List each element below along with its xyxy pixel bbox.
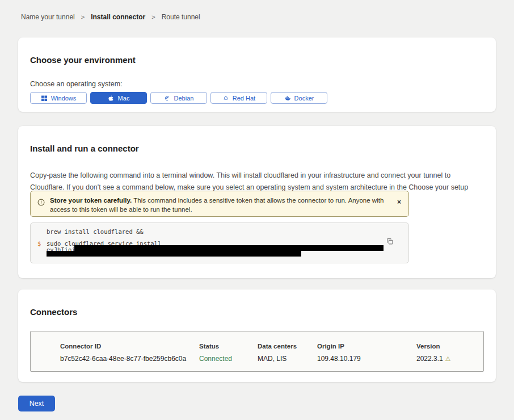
os-button-label: Mac <box>118 95 130 102</box>
copy-icon[interactable] <box>386 238 394 245</box>
install-command-code-block: brew install cloudflared && $ sudo cloud… <box>30 222 409 263</box>
connectors-table-header: Connector ID Status Data centers Origin … <box>60 343 478 350</box>
breadcrumb-separator: > <box>81 14 85 20</box>
table-row: b7c52c42-6caa-48ee-8c77-fbe259cb6c0a Con… <box>60 355 478 363</box>
close-icon[interactable]: × <box>397 199 401 205</box>
connectors-table: Connector ID Status Data centers Origin … <box>30 331 484 372</box>
docker-icon <box>284 95 291 102</box>
connectors-card: Connectors Connector ID Status Data cent… <box>18 289 496 382</box>
token-redaction-bar <box>47 251 301 257</box>
token-warning-bold: Store your token carefully. <box>50 197 132 204</box>
breadcrumb-name-your-tunnel[interactable]: Name your tunnel <box>21 13 75 21</box>
os-button-docker[interactable]: Docker <box>271 92 327 104</box>
connectors-card-title: Connectors <box>30 307 484 317</box>
install-card-title: Install and run a connector <box>30 144 484 153</box>
data-centers-value: MAD, LIS <box>258 355 317 363</box>
os-button-windows[interactable]: Windows <box>30 92 87 104</box>
column-header-origin-ip: Origin IP <box>317 343 416 350</box>
column-header-status: Status <box>199 343 258 350</box>
column-header-data-centers: Data centers <box>258 343 317 350</box>
redhat-icon <box>222 95 229 102</box>
os-button-label: Docker <box>294 95 314 102</box>
os-button-debian[interactable]: Debian <box>150 92 207 104</box>
connector-id-value: b7c52c42-6caa-48ee-8c77-fbe259cb6c0a <box>60 355 199 363</box>
windows-icon <box>41 95 48 102</box>
origin-ip-value: 109.48.10.179 <box>317 355 416 363</box>
os-button-label: Red Hat <box>233 95 255 102</box>
apple-icon <box>108 95 115 102</box>
debian-icon <box>164 95 171 102</box>
version-value: 2022.3.1 ⚠ <box>416 355 478 363</box>
status-badge: Connected <box>199 355 258 363</box>
os-select-label: Choose an operating system: <box>30 80 484 88</box>
os-button-label: Windows <box>51 95 77 102</box>
os-button-group: Windows Mac Debian Red Hat <box>30 92 484 104</box>
os-button-label: Debian <box>174 95 194 102</box>
token-warning-text: Store your token carefully. This command… <box>50 196 385 214</box>
environment-card-title: Choose your environment <box>30 55 484 65</box>
token-warning-banner: Store your token carefully. This command… <box>30 191 409 217</box>
breadcrumb-separator: > <box>151 14 155 20</box>
next-button[interactable]: Next <box>18 396 55 411</box>
alert-circle-icon <box>37 199 45 206</box>
os-button-mac[interactable]: Mac <box>90 92 147 104</box>
environment-card: Choose your environment Choose an operat… <box>18 37 496 112</box>
breadcrumb-route-tunnel[interactable]: Route tunnel <box>162 13 200 21</box>
column-header-connector-id: Connector ID <box>60 343 199 350</box>
version-number: 2022.3.1 <box>416 355 443 363</box>
warning-triangle-icon: ⚠ <box>445 356 451 362</box>
breadcrumb: Name your tunnel > Install connector > R… <box>21 13 200 21</box>
shell-prompt: $ <box>37 240 41 247</box>
breadcrumb-install-connector[interactable]: Install connector <box>91 13 145 21</box>
install-card: Install and run a connector Copy-paste t… <box>18 126 496 278</box>
os-button-redhat[interactable]: Red Hat <box>210 92 267 104</box>
column-header-version: Version <box>416 343 478 350</box>
token-redaction-bar <box>74 245 384 251</box>
code-line-brew: brew install cloudflared && <box>47 228 144 235</box>
